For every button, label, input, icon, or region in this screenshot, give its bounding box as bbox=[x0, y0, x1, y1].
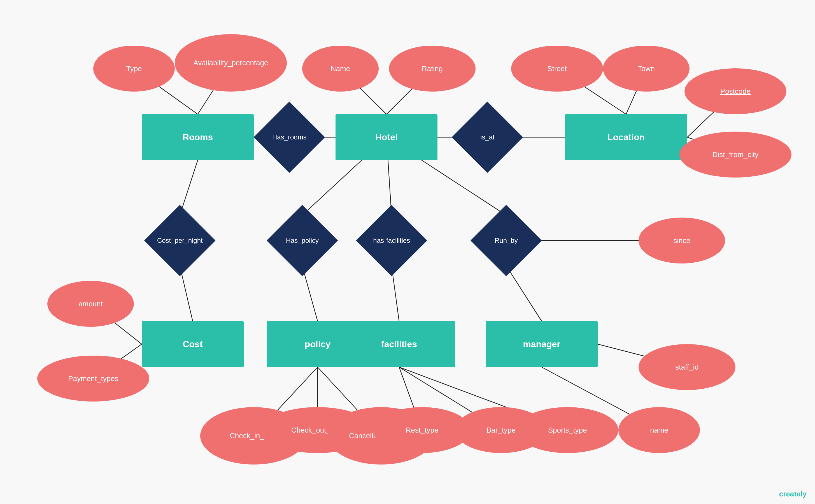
entity-cost: Cost bbox=[142, 321, 244, 367]
attribute-availability: Availability_percentage bbox=[175, 34, 287, 92]
svg-line-7 bbox=[302, 266, 318, 321]
attribute-name_hotel: Name bbox=[302, 46, 379, 92]
attribute-manager_name: name bbox=[618, 407, 700, 453]
relationship-cost_per_night: Cost_per_night bbox=[144, 205, 215, 276]
attribute-dist_from_city: Dist_from_city bbox=[679, 132, 791, 178]
relationship-has_policy: Has_policy bbox=[266, 205, 338, 276]
relationship-has_facilities: has-facilities bbox=[356, 205, 427, 276]
attribute-payment_types: Payment_types bbox=[37, 356, 149, 402]
relationship-run_by: Run_by bbox=[471, 205, 542, 276]
entity-hotel: Hotel bbox=[336, 114, 437, 160]
attribute-type: Type bbox=[93, 46, 175, 92]
attribute-staff_id: staff_id bbox=[639, 344, 735, 390]
creately-branding: creately bbox=[779, 490, 807, 498]
attribute-since: since bbox=[639, 218, 725, 263]
svg-line-4 bbox=[180, 160, 198, 215]
relationship-has_rooms: Has_rooms bbox=[254, 101, 325, 173]
entity-location: Location bbox=[565, 114, 687, 160]
attribute-rating: Rating bbox=[389, 46, 476, 92]
entity-manager: manager bbox=[486, 321, 598, 367]
attribute-sports_type: Sports_type bbox=[516, 407, 618, 453]
entity-facilities: facilities bbox=[343, 321, 455, 367]
svg-line-11 bbox=[506, 266, 542, 321]
attribute-amount: amount bbox=[47, 281, 134, 327]
entity-rooms: Rooms bbox=[142, 114, 254, 160]
relationship-is_at: is_at bbox=[452, 101, 523, 173]
attribute-town: Town bbox=[603, 46, 690, 92]
attribute-postcode: Postcode bbox=[684, 68, 786, 114]
attribute-street: Street bbox=[511, 46, 603, 92]
